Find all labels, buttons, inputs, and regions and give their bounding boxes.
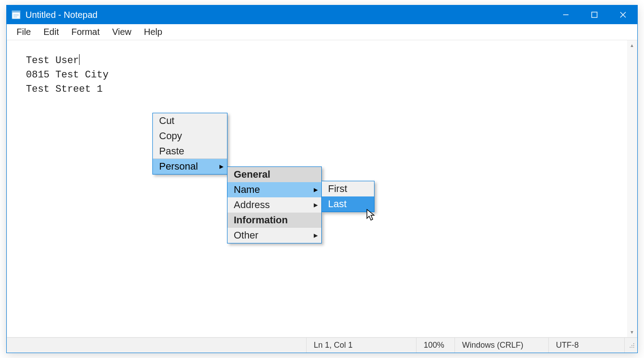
menu-item-cut[interactable]: Cut <box>153 113 227 128</box>
svg-point-9 <box>633 343 634 344</box>
menu-help[interactable]: Help <box>138 25 168 39</box>
submenu-arrow-icon: ▶ <box>314 187 318 193</box>
menu-item-paste[interactable]: Paste <box>153 144 227 159</box>
editor-line: Test User <box>26 55 79 66</box>
menu-item-label: Paste <box>159 145 184 157</box>
menu-item-label: Copy <box>159 130 182 142</box>
status-encoding: UTF-8 <box>548 338 624 353</box>
menu-header-general: General <box>227 167 321 182</box>
menu-item-personal[interactable]: Personal ▶ <box>153 159 227 174</box>
status-spacer <box>7 338 306 353</box>
menu-item-address[interactable]: Address ▶ <box>227 197 321 213</box>
minimize-button[interactable] <box>551 5 580 24</box>
text-caret <box>79 54 80 65</box>
menu-item-label: Last <box>328 198 347 210</box>
close-button[interactable] <box>609 5 637 24</box>
menu-view[interactable]: View <box>106 25 138 39</box>
menu-item-label: General <box>234 169 270 180</box>
status-zoom: 100% <box>416 338 455 353</box>
statusbar: Ln 1, Col 1 100% Windows (CRLF) UTF-8 <box>7 337 637 353</box>
menu-edit[interactable]: Edit <box>37 25 65 39</box>
menu-item-label: Address <box>234 199 270 211</box>
menu-item-last[interactable]: Last <box>322 196 374 212</box>
editor-line: Test Street 1 <box>26 84 103 95</box>
status-position: Ln 1, Col 1 <box>306 338 416 353</box>
menu-item-label: Name <box>234 184 260 196</box>
svg-rect-6 <box>592 12 597 17</box>
submenu-personal: General Name ▶ Address ▶ Information Oth… <box>227 166 322 243</box>
notepad-window: Untitled - Notepad File Edit Format View… <box>6 5 638 353</box>
menu-item-other[interactable]: Other ▶ <box>227 228 321 243</box>
context-menu: Cut Copy Paste Personal ▶ <box>152 113 227 175</box>
svg-point-13 <box>631 347 632 348</box>
svg-point-14 <box>633 347 634 348</box>
svg-point-11 <box>633 345 634 346</box>
menu-item-label: Other <box>234 230 258 241</box>
menubar: File Edit Format View Help <box>7 24 637 40</box>
menu-item-label: Personal <box>159 161 198 172</box>
svg-rect-1 <box>12 11 20 13</box>
titlebar: Untitled - Notepad <box>7 5 637 24</box>
menu-header-information: Information <box>227 213 321 228</box>
svg-point-12 <box>630 347 631 348</box>
svg-point-10 <box>631 345 632 346</box>
scroll-down-icon[interactable]: ▾ <box>627 327 637 337</box>
submenu-arrow-icon: ▶ <box>314 232 318 239</box>
window-title: Untitled - Notepad <box>25 10 97 20</box>
menu-item-copy[interactable]: Copy <box>153 128 227 144</box>
menu-item-label: Information <box>234 214 288 226</box>
maximize-button[interactable] <box>580 5 609 24</box>
notepad-icon <box>11 10 21 20</box>
submenu-name: First Last <box>321 181 375 212</box>
submenu-arrow-icon: ▶ <box>219 163 223 170</box>
editor-line: 0815 Test City <box>26 69 109 81</box>
menu-item-first[interactable]: First <box>322 181 374 196</box>
menu-item-label: First <box>328 183 347 195</box>
submenu-arrow-icon: ▶ <box>314 202 318 208</box>
resize-grip-icon[interactable] <box>624 338 637 353</box>
vertical-scrollbar[interactable]: ▴ ▾ <box>627 40 637 337</box>
status-lineending: Windows (CRLF) <box>455 338 548 353</box>
menu-file[interactable]: File <box>10 25 37 39</box>
scroll-up-icon[interactable]: ▴ <box>627 40 637 50</box>
menu-item-label: Cut <box>159 115 174 127</box>
menu-item-name[interactable]: Name ▶ <box>227 182 321 197</box>
menu-format[interactable]: Format <box>65 25 106 39</box>
